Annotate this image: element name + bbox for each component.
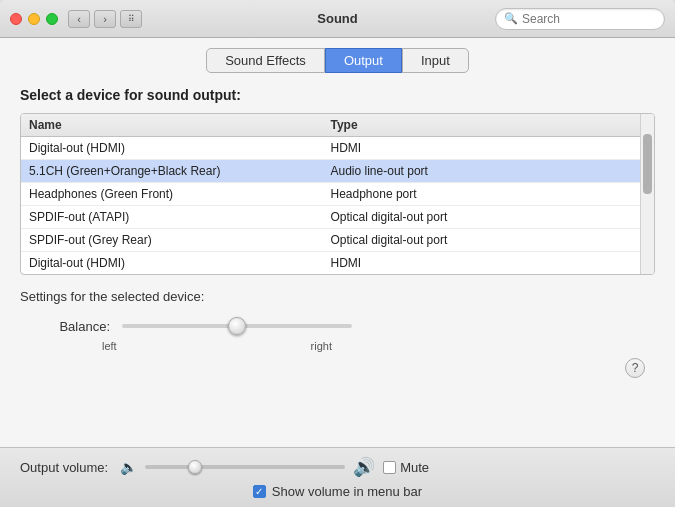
table-row[interactable]: Digital-out (HDMI) HDMI — [21, 137, 640, 160]
slider-right-label: right — [311, 340, 332, 352]
search-icon: 🔍 — [504, 12, 518, 25]
menubar-row: ✓ Show volume in menu bar — [20, 484, 655, 499]
table-row[interactable]: SPDIF-out (ATAPI) Optical digital-out po… — [21, 206, 640, 229]
menubar-checkbox[interactable]: ✓ — [253, 485, 266, 498]
balance-thumb[interactable] — [228, 317, 246, 335]
titlebar: ‹ › ⠿ Sound 🔍 — [0, 0, 675, 38]
window-title: Sound — [317, 11, 357, 26]
tab-output[interactable]: Output — [325, 48, 402, 73]
volume-row: Output volume: 🔈 🔊 Mute — [20, 456, 655, 478]
traffic-lights — [10, 13, 58, 25]
slider-labels: left right — [20, 340, 332, 352]
main-window: ‹ › ⠿ Sound 🔍 Sound Effects Output Input… — [0, 0, 675, 507]
slider-left-label: left — [102, 340, 117, 352]
table-row[interactable]: Headphones (Green Front) Headphone port — [21, 183, 640, 206]
balance-label: Balance: — [40, 319, 110, 334]
volume-slider[interactable] — [145, 458, 345, 476]
scrollbar-thumb[interactable] — [643, 134, 652, 194]
volume-high-icon: 🔊 — [353, 456, 375, 478]
table-row[interactable]: Digital-out (HDMI) HDMI — [21, 252, 640, 274]
table-body: Digital-out (HDMI) HDMI 5.1CH (Green+Ora… — [21, 137, 640, 274]
tab-bar: Sound Effects Output Input — [20, 48, 655, 73]
help-area: ? — [20, 358, 655, 378]
mute-label: Mute — [400, 460, 429, 475]
table-inner: Name Type Digital-out (HDMI) HDMI 5.1CH … — [21, 114, 640, 274]
back-button[interactable]: ‹ — [68, 10, 90, 28]
table-row[interactable]: SPDIF-out (Grey Rear) Optical digital-ou… — [21, 229, 640, 252]
table-row[interactable]: 5.1CH (Green+Orange+Black Rear) Audio li… — [21, 160, 640, 183]
balance-track — [122, 324, 352, 328]
col-type-header: Type — [331, 118, 633, 132]
nav-buttons: ‹ › — [68, 10, 116, 28]
search-box[interactable]: 🔍 — [495, 8, 665, 30]
settings-section: Settings for the selected device: Balanc… — [20, 289, 655, 352]
help-button[interactable]: ? — [625, 358, 645, 378]
forward-button[interactable]: › — [94, 10, 116, 28]
minimize-button[interactable] — [28, 13, 40, 25]
section-title: Select a device for sound output: — [20, 87, 655, 103]
mute-check[interactable] — [383, 461, 396, 474]
bottom-bar: Output volume: 🔈 🔊 Mute ✓ Show volume in… — [0, 447, 675, 507]
close-button[interactable] — [10, 13, 22, 25]
tab-sound-effects[interactable]: Sound Effects — [206, 48, 325, 73]
content-area: Sound Effects Output Input Select a devi… — [0, 38, 675, 447]
volume-low-icon: 🔈 — [120, 459, 137, 475]
volume-track — [145, 465, 345, 469]
settings-label: Settings for the selected device: — [20, 289, 655, 304]
grid-button[interactable]: ⠿ — [120, 10, 142, 28]
table-header: Name Type — [21, 114, 640, 137]
volume-label: Output volume: — [20, 460, 108, 475]
maximize-button[interactable] — [46, 13, 58, 25]
scrollbar-track[interactable] — [640, 114, 654, 274]
menubar-label: Show volume in menu bar — [272, 484, 422, 499]
device-table: Name Type Digital-out (HDMI) HDMI 5.1CH … — [20, 113, 655, 275]
balance-slider[interactable] — [122, 316, 352, 336]
balance-row: Balance: — [20, 316, 655, 336]
mute-checkbox[interactable]: Mute — [383, 460, 429, 475]
tab-input[interactable]: Input — [402, 48, 469, 73]
volume-thumb[interactable] — [188, 460, 202, 474]
col-name-header: Name — [29, 118, 331, 132]
search-input[interactable] — [522, 12, 656, 26]
